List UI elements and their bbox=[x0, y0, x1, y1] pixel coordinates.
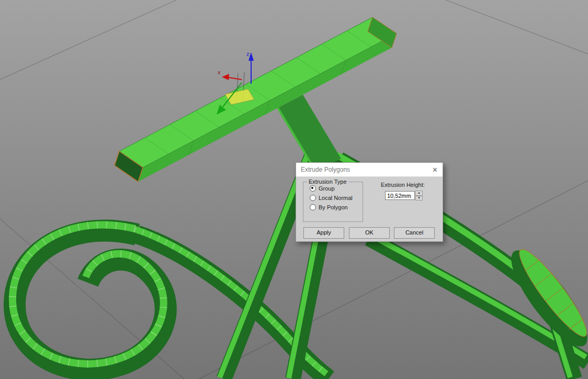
extrusion-type-legend: Extrusion Type bbox=[307, 179, 348, 185]
apply-button[interactable]: Apply bbox=[303, 227, 344, 239]
3dsmax-viewport: z x Extrude Polygons ✕ Extrusion Type Gr… bbox=[0, 0, 588, 379]
radio-by-polygon-icon[interactable] bbox=[310, 204, 316, 210]
spinner-up-icon[interactable]: ▲ bbox=[415, 191, 423, 196]
viewport-scene[interactable]: z x bbox=[0, 0, 588, 379]
z-axis-label: z bbox=[246, 51, 250, 57]
ok-button[interactable]: OK bbox=[349, 227, 390, 239]
dialog-title: Extrude Polygons bbox=[301, 166, 350, 173]
extrusion-height-input[interactable] bbox=[385, 191, 415, 200]
radio-by-polygon-label: By Polygon bbox=[319, 204, 348, 210]
close-icon[interactable]: ✕ bbox=[432, 166, 438, 173]
radio-local-normal-icon[interactable] bbox=[310, 195, 316, 201]
extrude-polygons-dialog: Extrude Polygons ✕ Extrusion Type Group … bbox=[296, 162, 443, 242]
radio-by-polygon[interactable]: By Polygon bbox=[310, 204, 363, 210]
radio-group[interactable]: Group bbox=[310, 185, 363, 192]
radio-local-normal-label: Local Normal bbox=[319, 195, 353, 201]
extrusion-height-label: Extrusion Height: bbox=[381, 182, 425, 188]
radio-local-normal[interactable]: Local Normal bbox=[310, 195, 363, 201]
extrusion-type-groupbox: Extrusion Type Group Local Normal By Pol… bbox=[303, 182, 363, 222]
radio-group-label: Group bbox=[319, 185, 335, 192]
x-axis-label: x bbox=[218, 69, 221, 75]
spinner-down-icon[interactable]: ▼ bbox=[415, 196, 423, 201]
cancel-button[interactable]: Cancel bbox=[394, 227, 435, 239]
dialog-titlebar[interactable]: Extrude Polygons ✕ bbox=[296, 163, 443, 177]
radio-group-icon[interactable] bbox=[310, 185, 316, 192]
height-spinner: ▲ ▼ bbox=[415, 191, 423, 200]
